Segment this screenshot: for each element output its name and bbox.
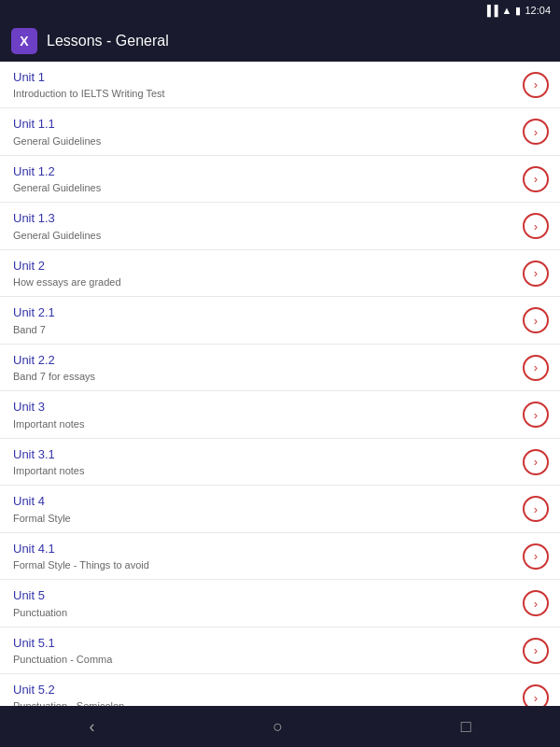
chevron-icon[interactable]: ›: [523, 496, 549, 522]
time-display: 12:04: [525, 5, 551, 16]
list-item[interactable]: Unit 2How essays are graded›: [0, 250, 560, 297]
unit-item-content: Unit 2How essays are graded: [13, 258, 515, 289]
unit-subtitle: Formal Style: [13, 512, 515, 525]
nav-home-button[interactable]: ○: [254, 710, 301, 744]
chevron-icon[interactable]: ›: [523, 307, 549, 333]
unit-title: Unit 2.2: [13, 352, 515, 369]
chevron-icon[interactable]: ›: [523, 72, 549, 98]
list-item[interactable]: Unit 1.3General Guidelines›: [0, 203, 560, 249]
unit-title: Unit 3.1: [13, 446, 515, 463]
list-item[interactable]: Unit 1.1General Guidelines›: [0, 108, 560, 155]
list-item[interactable]: Unit 5Punctuation›: [0, 580, 560, 627]
nav-recent-button[interactable]: □: [442, 710, 490, 744]
unit-title: Unit 2.1: [13, 304, 515, 321]
top-bar: X Lessons - General: [0, 21, 560, 62]
status-bar-right: ▐▐ ▲ ▮ 12:04: [483, 5, 551, 17]
bottom-nav: ‹ ○ □: [0, 706, 560, 747]
unit-title: Unit 1: [13, 69, 515, 86]
list-item[interactable]: Unit 4Formal Style›: [0, 486, 560, 532]
unit-item-content: Unit 1Introduction to IELTS Writing Test: [13, 69, 515, 100]
list-item[interactable]: Unit 3Important notes›: [0, 391, 560, 438]
list-item[interactable]: Unit 3.1Important notes›: [0, 439, 560, 486]
status-bar: ▐▐ ▲ ▮ 12:04: [0, 0, 560, 21]
list-item[interactable]: Unit 1Introduction to IELTS Writing Test…: [0, 62, 560, 108]
unit-subtitle: Band 7: [13, 323, 515, 336]
unit-title: Unit 1.3: [13, 210, 515, 227]
list-item[interactable]: Unit 1.2General Guidelines›: [0, 156, 560, 203]
list-item[interactable]: Unit 5.1Punctuation - Comma›: [0, 627, 560, 674]
chevron-icon[interactable]: ›: [523, 166, 549, 192]
chevron-icon[interactable]: ›: [523, 355, 549, 381]
unit-subtitle: Punctuation - Comma: [13, 653, 515, 666]
unit-item-content: Unit 1.3General Guidelines: [13, 210, 515, 241]
unit-subtitle: Punctuation - Semicolon: [13, 699, 515, 706]
nav-back-button[interactable]: ‹: [70, 710, 113, 744]
unit-subtitle: Band 7 for essays: [13, 370, 515, 383]
back-label: X: [20, 34, 28, 49]
list-item[interactable]: Unit 4.1Formal Style - Things to avoid›: [0, 533, 560, 580]
unit-subtitle: Important notes: [13, 464, 515, 477]
unit-title: Unit 3: [13, 399, 515, 416]
chevron-icon[interactable]: ›: [523, 402, 549, 428]
chevron-icon[interactable]: ›: [523, 119, 549, 145]
list-item[interactable]: Unit 5.2Punctuation - Semicolon›: [0, 674, 560, 706]
unit-item-content: Unit 3.1Important notes: [13, 446, 515, 477]
chevron-icon[interactable]: ›: [523, 261, 549, 287]
unit-subtitle: General Guidelines: [13, 134, 515, 148]
chevron-icon[interactable]: ›: [523, 638, 549, 664]
back-button[interactable]: X: [11, 28, 37, 54]
unit-item-content: Unit 2.2Band 7 for essays: [13, 352, 515, 383]
unit-title: Unit 5: [13, 587, 515, 604]
signal-icon: ▐▐: [483, 5, 498, 16]
unit-item-content: Unit 2.1Band 7: [13, 304, 515, 335]
unit-item-content: Unit 1.2General Guidelines: [13, 163, 515, 194]
unit-subtitle: Important notes: [13, 417, 515, 430]
unit-title: Unit 5.1: [13, 635, 515, 652]
unit-subtitle: General Guidelines: [13, 181, 515, 194]
unit-item-content: Unit 1.1General Guidelines: [13, 116, 515, 147]
unit-item-content: Unit 5.2Punctuation - Semicolon: [13, 682, 515, 706]
chevron-icon[interactable]: ›: [523, 543, 549, 570]
unit-title: Unit 1.2: [13, 163, 515, 180]
unit-subtitle: General Guidelines: [13, 229, 515, 242]
unit-item-content: Unit 5.1Punctuation - Comma: [13, 635, 515, 666]
chevron-icon[interactable]: ›: [523, 590, 549, 616]
unit-item-content: Unit 3Important notes: [13, 399, 515, 430]
unit-subtitle: Formal Style - Things to avoid: [13, 558, 515, 571]
unit-item-content: Unit 4Formal Style: [13, 493, 515, 524]
page-title: Lessons - General: [47, 33, 169, 49]
chevron-icon[interactable]: ›: [523, 449, 549, 475]
unit-item-content: Unit 4.1Formal Style - Things to avoid: [13, 541, 515, 571]
unit-title: Unit 5.2: [13, 682, 515, 698]
list-item[interactable]: Unit 2.1Band 7›: [0, 297, 560, 344]
battery-icon: ▮: [515, 5, 521, 17]
wifi-icon: ▲: [502, 5, 512, 16]
unit-title: Unit 1.1: [13, 116, 515, 133]
unit-subtitle: Introduction to IELTS Writing Test: [13, 87, 515, 100]
chevron-icon[interactable]: ›: [523, 684, 549, 706]
unit-list: Unit 1Introduction to IELTS Writing Test…: [0, 62, 560, 706]
unit-title: Unit 4.1: [13, 541, 515, 557]
unit-title: Unit 4: [13, 493, 515, 510]
unit-title: Unit 2: [13, 258, 515, 275]
unit-item-content: Unit 5Punctuation: [13, 587, 515, 618]
chevron-icon[interactable]: ›: [523, 213, 549, 239]
unit-subtitle: Punctuation: [13, 606, 515, 619]
unit-subtitle: How essays are graded: [13, 275, 515, 289]
list-item[interactable]: Unit 2.2Band 7 for essays›: [0, 345, 560, 391]
